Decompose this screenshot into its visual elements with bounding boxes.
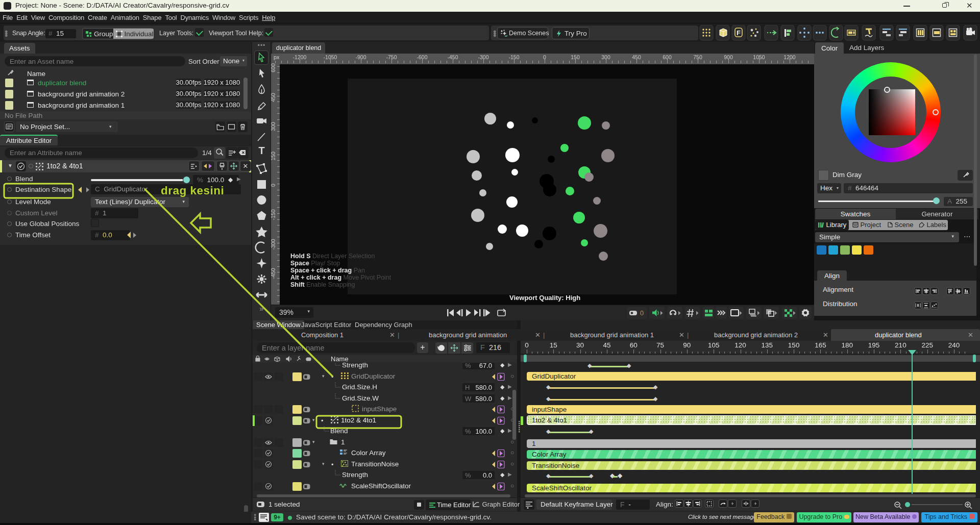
svg-text:0: 0	[640, 309, 644, 317]
svg-text:F: F	[737, 29, 741, 37]
